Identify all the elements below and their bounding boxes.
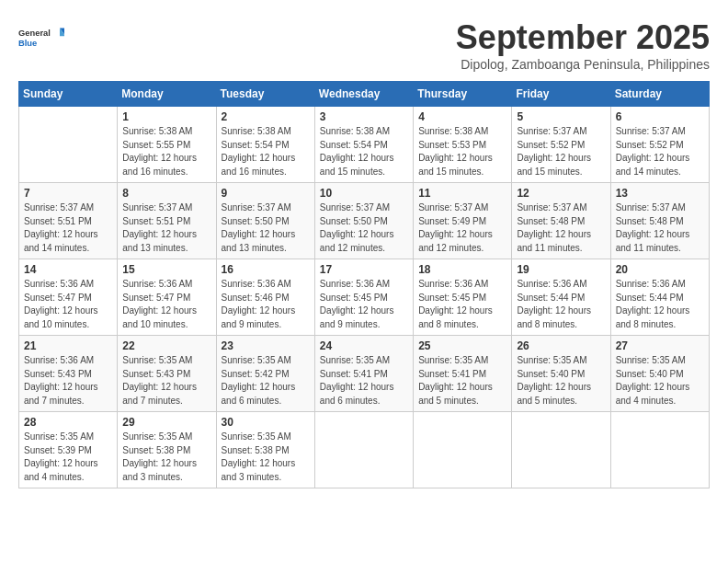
- day-number: 11: [418, 187, 506, 200]
- day-number: 26: [517, 339, 605, 352]
- calendar-cell: [610, 412, 709, 488]
- month-title: September 2025: [456, 18, 710, 57]
- calendar-cell: 11Sunrise: 5:37 AM Sunset: 5:49 PM Dayli…: [414, 183, 512, 259]
- calendar-cell: 26Sunrise: 5:35 AM Sunset: 5:40 PM Dayli…: [512, 336, 610, 412]
- day-number: 12: [517, 187, 605, 200]
- calendar-cell: 27Sunrise: 5:35 AM Sunset: 5:40 PM Dayli…: [610, 336, 709, 412]
- day-number: 5: [517, 110, 605, 123]
- day-info: Sunrise: 5:36 AM Sunset: 5:45 PM Dayligh…: [418, 278, 506, 331]
- calendar-cell: 19Sunrise: 5:36 AM Sunset: 5:44 PM Dayli…: [512, 259, 610, 336]
- calendar-cell: [19, 107, 118, 183]
- day-info: Sunrise: 5:36 AM Sunset: 5:44 PM Dayligh…: [616, 278, 704, 331]
- calendar-cell: 2Sunrise: 5:38 AM Sunset: 5:54 PM Daylig…: [216, 107, 314, 183]
- calendar-cell: 10Sunrise: 5:37 AM Sunset: 5:50 PM Dayli…: [314, 183, 413, 259]
- calendar-cell: [314, 412, 413, 488]
- day-info: Sunrise: 5:38 AM Sunset: 5:55 PM Dayligh…: [122, 125, 210, 178]
- title-area: September 2025 Dipolog, Zamboanga Penins…: [456, 18, 710, 72]
- day-number: 6: [616, 110, 704, 123]
- day-number: 19: [517, 263, 605, 276]
- day-number: 7: [24, 187, 112, 200]
- day-number: 1: [122, 110, 210, 123]
- day-number: 16: [222, 263, 310, 276]
- calendar-cell: 9Sunrise: 5:37 AM Sunset: 5:50 PM Daylig…: [216, 183, 314, 259]
- day-number: 8: [122, 187, 210, 200]
- header-row: SundayMondayTuesdayWednesdayThursdayFrid…: [19, 82, 710, 107]
- header-wednesday: Wednesday: [314, 82, 413, 107]
- calendar-cell: 22Sunrise: 5:35 AM Sunset: 5:43 PM Dayli…: [118, 336, 216, 412]
- day-number: 17: [320, 263, 408, 276]
- day-info: Sunrise: 5:36 AM Sunset: 5:43 PM Dayligh…: [24, 354, 112, 408]
- day-info: Sunrise: 5:38 AM Sunset: 5:54 PM Dayligh…: [222, 125, 310, 178]
- calendar-cell: 12Sunrise: 5:37 AM Sunset: 5:48 PM Dayli…: [512, 183, 610, 259]
- day-number: 24: [320, 339, 408, 352]
- day-number: 20: [616, 263, 704, 276]
- calendar-cell: 4Sunrise: 5:38 AM Sunset: 5:53 PM Daylig…: [414, 107, 512, 183]
- week-row-4: 21Sunrise: 5:36 AM Sunset: 5:43 PM Dayli…: [19, 336, 710, 412]
- calendar-cell: 24Sunrise: 5:35 AM Sunset: 5:41 PM Dayli…: [314, 336, 413, 412]
- svg-text:Blue: Blue: [18, 39, 37, 48]
- day-info: Sunrise: 5:35 AM Sunset: 5:41 PM Dayligh…: [320, 354, 408, 408]
- day-number: 10: [320, 187, 408, 200]
- day-info: Sunrise: 5:37 AM Sunset: 5:52 PM Dayligh…: [616, 125, 704, 178]
- day-info: Sunrise: 5:35 AM Sunset: 5:38 PM Dayligh…: [222, 431, 310, 484]
- calendar-cell: 28Sunrise: 5:35 AM Sunset: 5:39 PM Dayli…: [19, 412, 118, 488]
- day-number: 13: [616, 187, 704, 200]
- week-row-2: 7Sunrise: 5:37 AM Sunset: 5:51 PM Daylig…: [19, 183, 710, 259]
- day-info: Sunrise: 5:36 AM Sunset: 5:45 PM Dayligh…: [320, 278, 408, 331]
- day-info: Sunrise: 5:38 AM Sunset: 5:54 PM Dayligh…: [320, 125, 408, 178]
- day-info: Sunrise: 5:35 AM Sunset: 5:42 PM Dayligh…: [222, 354, 310, 408]
- day-number: 14: [24, 263, 112, 276]
- day-info: Sunrise: 5:36 AM Sunset: 5:46 PM Dayligh…: [222, 278, 310, 331]
- calendar-cell: 30Sunrise: 5:35 AM Sunset: 5:38 PM Dayli…: [216, 412, 314, 488]
- page-header: General Blue September 2025 Dipolog, Zam…: [18, 18, 710, 72]
- calendar-cell: 17Sunrise: 5:36 AM Sunset: 5:45 PM Dayli…: [314, 259, 413, 336]
- week-row-1: 1Sunrise: 5:38 AM Sunset: 5:55 PM Daylig…: [19, 107, 710, 183]
- header-monday: Monday: [118, 82, 216, 107]
- calendar-cell: 16Sunrise: 5:36 AM Sunset: 5:46 PM Dayli…: [216, 259, 314, 336]
- calendar-cell: 15Sunrise: 5:36 AM Sunset: 5:47 PM Dayli…: [118, 259, 216, 336]
- day-info: Sunrise: 5:35 AM Sunset: 5:40 PM Dayligh…: [517, 354, 605, 408]
- day-number: 27: [616, 339, 704, 352]
- calendar-cell: [414, 412, 512, 488]
- calendar-cell: 13Sunrise: 5:37 AM Sunset: 5:48 PM Dayli…: [610, 183, 709, 259]
- week-row-5: 28Sunrise: 5:35 AM Sunset: 5:39 PM Dayli…: [19, 412, 710, 488]
- day-info: Sunrise: 5:35 AM Sunset: 5:39 PM Dayligh…: [24, 431, 112, 484]
- day-number: 3: [320, 110, 408, 123]
- calendar-cell: 8Sunrise: 5:37 AM Sunset: 5:51 PM Daylig…: [118, 183, 216, 259]
- calendar-cell: [512, 412, 610, 488]
- day-info: Sunrise: 5:35 AM Sunset: 5:43 PM Dayligh…: [122, 354, 210, 408]
- header-tuesday: Tuesday: [216, 82, 314, 107]
- calendar-cell: 3Sunrise: 5:38 AM Sunset: 5:54 PM Daylig…: [314, 107, 413, 183]
- calendar-cell: 20Sunrise: 5:36 AM Sunset: 5:44 PM Dayli…: [610, 259, 709, 336]
- day-info: Sunrise: 5:36 AM Sunset: 5:47 PM Dayligh…: [24, 278, 112, 331]
- day-info: Sunrise: 5:37 AM Sunset: 5:50 PM Dayligh…: [320, 201, 408, 255]
- logo: General Blue: [18, 18, 64, 57]
- day-number: 4: [418, 110, 506, 123]
- day-number: 28: [24, 416, 112, 429]
- week-row-3: 14Sunrise: 5:36 AM Sunset: 5:47 PM Dayli…: [19, 259, 710, 336]
- header-saturday: Saturday: [610, 82, 709, 107]
- day-info: Sunrise: 5:36 AM Sunset: 5:44 PM Dayligh…: [517, 278, 605, 331]
- calendar-cell: 29Sunrise: 5:35 AM Sunset: 5:38 PM Dayli…: [118, 412, 216, 488]
- day-info: Sunrise: 5:37 AM Sunset: 5:48 PM Dayligh…: [517, 201, 605, 255]
- day-number: 18: [418, 263, 506, 276]
- calendar-table: SundayMondayTuesdayWednesdayThursdayFrid…: [18, 81, 710, 488]
- day-info: Sunrise: 5:37 AM Sunset: 5:52 PM Dayligh…: [517, 125, 605, 178]
- calendar-cell: 21Sunrise: 5:36 AM Sunset: 5:43 PM Dayli…: [19, 336, 118, 412]
- day-info: Sunrise: 5:37 AM Sunset: 5:49 PM Dayligh…: [418, 201, 506, 255]
- day-info: Sunrise: 5:35 AM Sunset: 5:38 PM Dayligh…: [122, 431, 210, 484]
- calendar-cell: 5Sunrise: 5:37 AM Sunset: 5:52 PM Daylig…: [512, 107, 610, 183]
- calendar-cell: 25Sunrise: 5:35 AM Sunset: 5:41 PM Dayli…: [414, 336, 512, 412]
- header-sunday: Sunday: [19, 82, 118, 107]
- day-number: 25: [418, 339, 506, 352]
- day-number: 15: [122, 263, 210, 276]
- calendar-cell: 23Sunrise: 5:35 AM Sunset: 5:42 PM Dayli…: [216, 336, 314, 412]
- calendar-cell: 6Sunrise: 5:37 AM Sunset: 5:52 PM Daylig…: [610, 107, 709, 183]
- svg-text:General: General: [18, 29, 51, 38]
- day-number: 29: [122, 416, 210, 429]
- day-info: Sunrise: 5:37 AM Sunset: 5:51 PM Dayligh…: [122, 201, 210, 255]
- calendar-cell: 14Sunrise: 5:36 AM Sunset: 5:47 PM Dayli…: [19, 259, 118, 336]
- day-info: Sunrise: 5:35 AM Sunset: 5:41 PM Dayligh…: [418, 354, 506, 408]
- day-number: 22: [122, 339, 210, 352]
- header-friday: Friday: [512, 82, 610, 107]
